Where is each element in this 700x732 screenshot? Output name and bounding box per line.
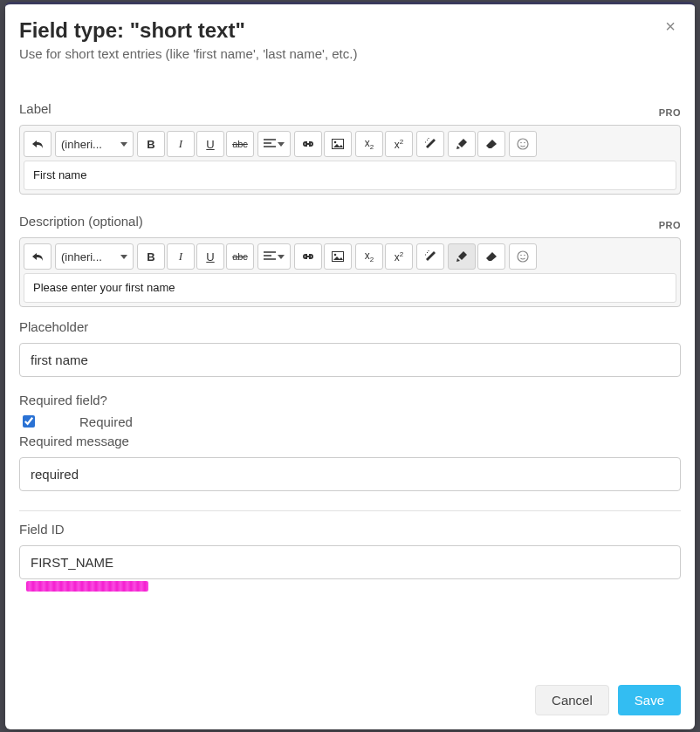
chevron-down-icon (120, 255, 127, 259)
svg-point-11 (524, 255, 525, 257)
superscript-button[interactable]: x2 (385, 243, 413, 270)
svg-point-4 (520, 142, 522, 144)
undo-button[interactable] (24, 243, 51, 270)
underline-button[interactable]: U (196, 243, 224, 270)
paint-brush-icon (456, 250, 468, 263)
chevron-down-icon (120, 142, 127, 147)
required-message-input[interactable] (19, 457, 681, 491)
chevron-down-icon (278, 255, 285, 259)
link-button[interactable] (294, 243, 322, 270)
paint-format-button[interactable] (448, 243, 476, 270)
pro-badge: PRO (659, 107, 681, 118)
required-text: Required (79, 414, 133, 429)
label-toolbar: (inheri... B I U abc (24, 129, 676, 161)
description-header-row: Description (optional) PRO (19, 203, 681, 234)
undo-icon (31, 251, 44, 262)
description-editor: (inheri... B I U abc (19, 237, 681, 307)
label-editor: (inheri... B I U abc (19, 125, 681, 195)
bold-button[interactable]: B (137, 131, 165, 157)
cancel-button[interactable]: Cancel (535, 685, 609, 715)
eraser-icon (485, 251, 498, 262)
required-row: Required (19, 413, 681, 430)
chevron-down-icon (278, 142, 285, 147)
label-section-label: Label (19, 101, 51, 116)
link-button[interactable] (294, 131, 322, 157)
underline-button[interactable]: U (196, 131, 224, 157)
image-button[interactable] (324, 243, 352, 270)
label-header-row: Label PRO (19, 91, 681, 121)
font-family-value: (inheri... (61, 250, 102, 263)
emoji-button[interactable] (509, 131, 537, 157)
svg-point-5 (524, 142, 525, 144)
required-field-label: Required field? (19, 393, 681, 407)
divider (19, 510, 681, 511)
clear-format-button[interactable] (416, 131, 444, 157)
field-settings-modal: × Field type: "short text" Use for short… (5, 2, 695, 729)
italic-button[interactable]: I (167, 131, 195, 157)
undo-icon (31, 139, 44, 149)
close-button[interactable]: × (660, 17, 681, 36)
svg-point-2 (334, 141, 337, 144)
field-id-label: Field ID (19, 522, 681, 537)
required-message-label: Required message (19, 434, 681, 448)
strikethrough-button[interactable]: abc (226, 131, 254, 157)
eraser-icon (485, 139, 498, 149)
label-content[interactable]: First name (24, 161, 676, 190)
emoji-button[interactable] (509, 243, 537, 270)
italic-button[interactable]: I (167, 243, 195, 270)
eraser-button[interactable] (477, 131, 505, 157)
font-family-select[interactable]: (inheri... (55, 243, 134, 270)
clear-format-button[interactable] (416, 243, 444, 270)
modal-footer: Cancel Save (5, 674, 695, 729)
save-button[interactable]: Save (618, 685, 681, 715)
placeholder-label: Placeholder (19, 319, 681, 334)
required-checkbox[interactable] (23, 415, 35, 428)
subscript-button[interactable]: x2 (355, 243, 383, 270)
undo-button[interactable] (24, 131, 51, 157)
svg-point-9 (518, 251, 528, 262)
field-id-input[interactable] (19, 545, 681, 579)
paint-brush-icon (456, 138, 468, 150)
smile-icon (517, 250, 529, 263)
modal-subtitle: Use for short text entries (like 'first … (19, 46, 681, 61)
image-icon (332, 139, 344, 149)
svg-rect-6 (305, 256, 311, 257)
image-icon (332, 251, 344, 262)
align-icon (264, 139, 276, 149)
image-button[interactable] (324, 131, 352, 157)
eraser-button[interactable] (477, 243, 505, 270)
bold-button[interactable]: B (137, 243, 165, 270)
strikethrough-button[interactable]: abc (226, 243, 254, 270)
redacted-text (26, 581, 148, 592)
paint-format-button[interactable] (448, 131, 476, 157)
description-toolbar: (inheri... B I U abc (24, 242, 676, 273)
pro-badge: PRO (659, 220, 681, 230)
description-section-label: Description (optional) (19, 214, 143, 229)
font-family-value: (inheri... (61, 138, 102, 151)
svg-point-10 (520, 255, 522, 257)
svg-point-8 (334, 254, 337, 257)
modal-title: Field type: "short text" (19, 18, 681, 43)
magic-wand-icon (424, 138, 436, 150)
svg-rect-0 (305, 143, 311, 145)
magic-wand-icon (424, 250, 436, 263)
align-button[interactable] (257, 243, 291, 270)
font-family-select[interactable]: (inheri... (55, 131, 134, 157)
modal-body: Field type: "short text" Use for short t… (5, 4, 695, 674)
link-icon (301, 140, 315, 148)
subscript-button[interactable]: x2 (355, 131, 383, 157)
description-content[interactable]: Please enter your first name (24, 273, 676, 303)
smile-icon (517, 138, 529, 150)
align-icon (264, 251, 276, 262)
svg-point-3 (518, 139, 528, 149)
placeholder-input[interactable] (19, 343, 681, 377)
superscript-button[interactable]: x2 (385, 131, 413, 157)
link-icon (301, 252, 315, 261)
align-button[interactable] (257, 131, 291, 157)
